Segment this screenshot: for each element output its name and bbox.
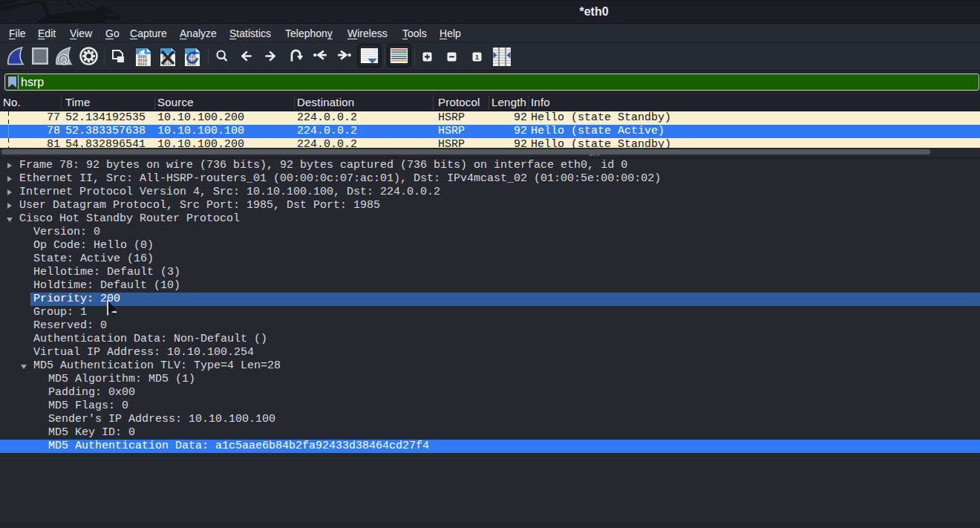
svg-text:0111: 0111 <box>138 62 147 66</box>
svg-text:1: 1 <box>475 53 479 61</box>
